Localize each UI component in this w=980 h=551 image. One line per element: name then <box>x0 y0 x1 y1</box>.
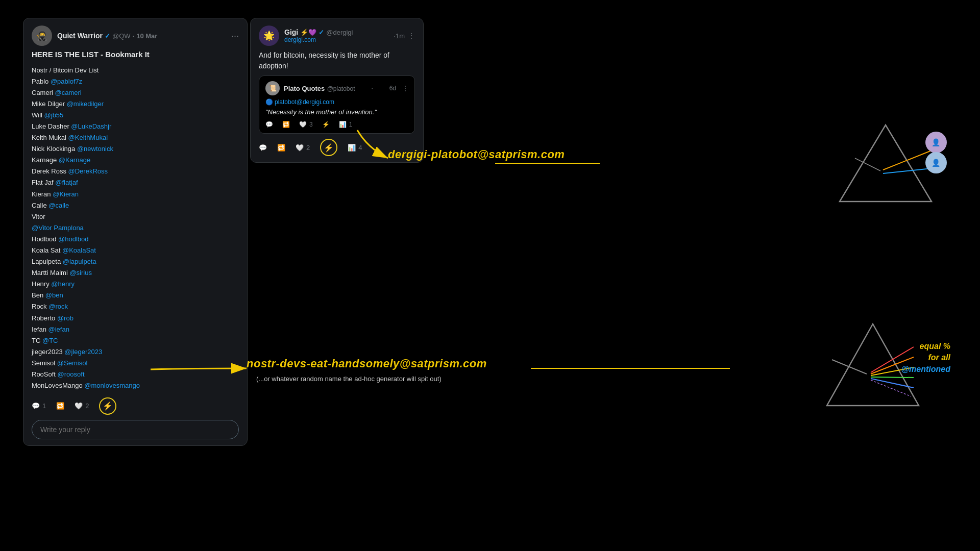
reply-input[interactable] <box>32 420 239 439</box>
list-item: Ben @ben <box>32 290 239 301</box>
equal-label-3: @mentioned <box>901 365 951 373</box>
like-button[interactable]: 🤍 2 <box>75 402 89 410</box>
lightning-icon: ⚡ <box>103 401 113 411</box>
list-item: Semisol @Semisol <box>32 358 239 369</box>
nested-link: 🔵 platobot@dergigi.com <box>265 98 408 106</box>
list-item: @Vitor Pamplona <box>32 222 239 234</box>
list-item: Will @jb55 <box>32 110 239 121</box>
prism-avatar-2: 👤 <box>925 152 947 173</box>
prism-user-1: 👤 50% <box>925 136 946 148</box>
right-tweet-card: 🌟 Gigi ⚡💜 ✓ @dergigi dergigi.com · 1m ⋮ … <box>250 18 424 163</box>
nested-reply-button[interactable]: 💬 <box>265 121 273 128</box>
svg-marker-0 <box>840 125 932 202</box>
list-item: Karnage @Karnage <box>32 155 239 166</box>
nested-retweet-button[interactable]: 🔁 <box>282 121 290 128</box>
tweet-username: Quiet Warrior <box>57 32 103 40</box>
list-item: Rock @rock <box>32 301 239 312</box>
gigi-lightning-button[interactable]: ⚡ <box>320 139 337 156</box>
nested-views-count: 1 <box>349 121 353 128</box>
list-item: Vitor <box>32 211 239 222</box>
reply-count: 1 <box>42 402 46 410</box>
list-item: Lapulpeta @lapulpeta <box>32 256 239 267</box>
gigi-lightning-icon: ⚡ <box>324 143 334 153</box>
nested-views-icon: 📊 <box>339 121 347 128</box>
svg-line-2 <box>883 151 932 170</box>
list-item: Mike Dilger @mikedilger <box>32 98 239 110</box>
list-item: Keith Mukai @KeithMukai <box>32 132 239 143</box>
nested-like-button[interactable]: 🤍 3 <box>299 121 313 128</box>
nested-link-dot: 🔵 <box>265 98 273 106</box>
gigi-like-count: 2 <box>306 144 310 152</box>
nested-views-button[interactable]: 📊 1 <box>339 121 353 128</box>
gigi-user-info: Gigi ⚡💜 ✓ @dergigi dergigi.com <box>284 28 394 43</box>
list-scroll: Pablo @pablof7zCameri @cameriMike Dilger… <box>32 76 239 392</box>
tweet-handle: @QW <box>112 32 131 40</box>
gigi-views-button[interactable]: 📊 4 <box>348 144 362 152</box>
gigi-retweet-button[interactable]: 🔁 <box>277 144 285 152</box>
reply-icon: 💬 <box>32 402 40 410</box>
nested-lightning-icon: ⚡ <box>322 121 330 128</box>
nested-reply-icon: 💬 <box>265 121 273 128</box>
gigi-tweet-body: And for bitcoin, necessity is the mother… <box>259 50 415 71</box>
nested-lightning-button[interactable]: ⚡ <box>322 121 330 128</box>
list-item: Pablo @pablof7z <box>32 76 239 87</box>
gigi-reply-icon: 💬 <box>259 144 267 152</box>
nested-like-count: 3 <box>309 121 313 128</box>
list-item: Roberto @rob <box>32 313 239 324</box>
like-icon: 🤍 <box>75 402 83 410</box>
plato-handle: @platobot <box>327 85 355 92</box>
reply-button[interactable]: 💬 1 <box>32 402 46 410</box>
list-item: RooSoft @roosoft <box>32 369 239 380</box>
nested-like-icon: 🤍 <box>299 121 307 128</box>
lightning-button[interactable]: ⚡ <box>99 397 116 415</box>
equal-label-2: for all <box>928 353 950 362</box>
gigi-like-icon: 🤍 <box>296 144 304 152</box>
list-item: Iefan @iefan <box>32 324 239 335</box>
email-sublabel: (...or whatever random name the ad-hoc g… <box>256 375 442 383</box>
gigi-site: dergigi.com <box>284 36 394 43</box>
gigi-tweet-header: 🌟 Gigi ⚡💜 ✓ @dergigi dergigi.com · 1m ⋮ <box>259 26 415 46</box>
more-options-button[interactable]: ··· <box>231 31 239 41</box>
plato-username: Plato Quotes <box>284 85 325 92</box>
list-item: MonLovesMango @monlovesmango <box>32 380 239 391</box>
svg-line-9 <box>871 377 914 378</box>
gigi-more-button[interactable]: ⋮ <box>408 32 415 40</box>
gigi-like-button[interactable]: 🤍 2 <box>296 144 310 152</box>
gigi-username: Gigi <box>284 28 298 36</box>
svg-line-3 <box>883 168 932 173</box>
nested-retweet-icon: 🔁 <box>282 121 290 128</box>
tweet-headline: HERE IS THE LIST - Bookmark It <box>32 49 239 61</box>
gigi-verified-icon: ✓ <box>318 29 324 36</box>
svg-line-5 <box>832 360 867 374</box>
equal-label-1: equal % <box>920 342 950 350</box>
list-item: jleger2023 @jleger2023 <box>32 346 239 358</box>
list-item: TC @TC <box>32 335 239 346</box>
nested-more-button[interactable]: ⋮ <box>402 85 408 92</box>
email-label-bottom: nostr-devs-eat-handsomely@satprism.com <box>247 357 487 370</box>
nested-time: · <box>371 85 373 92</box>
tweet-date: 10 Mar <box>136 32 157 40</box>
list-title: Nostr / Bitcoin Dev List <box>32 65 239 76</box>
prism-avatar-1: 👤 <box>925 132 947 153</box>
list-item: Luke Dasher @LukeDashjr <box>32 121 239 132</box>
retweet-button[interactable]: 🔁 <box>56 402 64 410</box>
list-item: Calle @calle <box>32 200 239 211</box>
nested-link-text: platobot@dergigi.com <box>275 98 334 106</box>
tweet-header: 🥷 Quiet Warrior ✓ @QW · 10 Mar ··· <box>32 26 239 46</box>
list-item: Kieran @Kieran <box>32 189 239 200</box>
list-item: Derek Ross @DerekRoss <box>32 166 239 177</box>
list-item: Flat Jaf @flatjaf <box>32 177 239 188</box>
retweet-icon: 🔁 <box>56 402 64 410</box>
prism-user-2: 👤 50% <box>925 157 946 168</box>
email-label-top: dergigi-platobot@satprism.com <box>388 148 565 161</box>
nested-tweet-body: "Necessity is the mother of invention." <box>265 108 408 117</box>
nested-time-val: 6d <box>389 85 396 92</box>
list-items-container: Pablo @pablof7zCameri @cameriMike Dilger… <box>32 76 239 392</box>
plato-user-info: Plato Quotes @platobot <box>284 84 355 93</box>
tweet-user-info: Quiet Warrior ✓ @QW · 10 Mar <box>57 32 231 40</box>
gigi-reply-button[interactable]: 💬 <box>259 144 267 152</box>
list-item: Nick Klockinga @newtonick <box>32 143 239 155</box>
gigi-views-icon: 📊 <box>348 144 356 152</box>
left-tweet-card: 🥷 Quiet Warrior ✓ @QW · 10 Mar ··· HERE … <box>23 18 248 446</box>
tweet-body: HERE IS THE LIST - Bookmark It Nostr / B… <box>32 49 239 392</box>
